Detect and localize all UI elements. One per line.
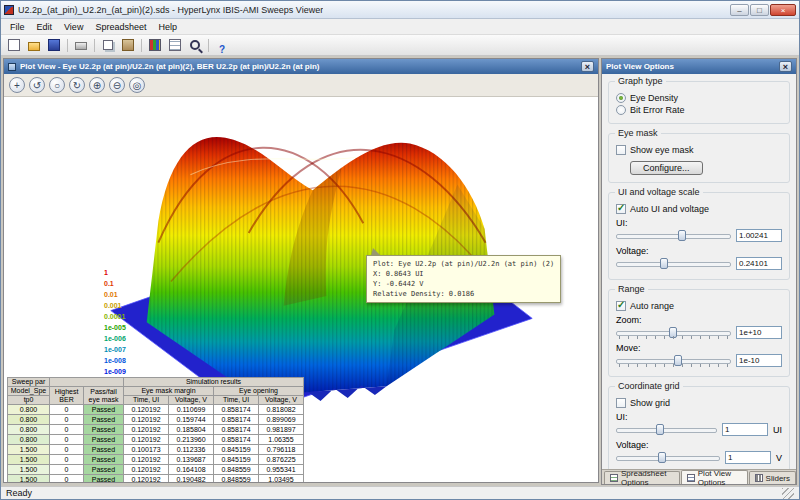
table-cell[interactable]: 0.848559 bbox=[214, 475, 259, 483]
auto-scale-checkbox[interactable] bbox=[616, 204, 626, 214]
table-cell[interactable]: 0.112336 bbox=[169, 445, 214, 455]
table-cell[interactable]: Passed bbox=[84, 475, 124, 483]
table-cell[interactable]: Passed bbox=[84, 415, 124, 425]
table-cell[interactable]: 0.800 bbox=[8, 435, 50, 445]
slider-thumb[interactable] bbox=[656, 424, 664, 435]
plot-close-icon[interactable]: × bbox=[581, 61, 594, 72]
table-cell[interactable]: 0.858174 bbox=[214, 425, 259, 435]
fit-view-button[interactable]: ◎ bbox=[129, 77, 145, 93]
table-cell[interactable]: 0 bbox=[50, 445, 84, 455]
table-cell[interactable]: 0 bbox=[50, 455, 84, 465]
plot-canvas[interactable]: 10.10.010.0010.00011e-0051e-0061e-0071e-… bbox=[4, 97, 598, 482]
grid-ui-slider[interactable] bbox=[616, 423, 717, 436]
move-slider[interactable] bbox=[616, 354, 731, 367]
grid-voltage-value[interactable]: 1 bbox=[725, 451, 771, 464]
table-cell[interactable]: 0.876225 bbox=[259, 455, 304, 465]
grid-voltage-slider[interactable] bbox=[616, 451, 720, 464]
voltage-scale-value[interactable]: 0.24101 bbox=[736, 257, 782, 270]
table-cell[interactable]: Passed bbox=[84, 445, 124, 455]
table-cell[interactable]: 0.120192 bbox=[124, 455, 169, 465]
copy-button[interactable] bbox=[99, 37, 117, 54]
show-eye-mask-option[interactable]: Show eye mask bbox=[616, 145, 782, 155]
table-cell[interactable]: Passed bbox=[84, 425, 124, 435]
chart-button[interactable] bbox=[146, 37, 164, 54]
table-cell[interactable]: 0 bbox=[50, 425, 84, 435]
table-cell[interactable]: 0.800 bbox=[8, 405, 50, 415]
ui-scale-value[interactable]: 1.00241 bbox=[736, 229, 782, 242]
auto-range-option[interactable]: Auto range bbox=[616, 301, 782, 311]
new-button[interactable] bbox=[5, 37, 23, 54]
table-cell[interactable]: 0.858174 bbox=[214, 405, 259, 415]
table-cell[interactable]: 1.500 bbox=[8, 445, 50, 455]
table-cell[interactable]: 0.818082 bbox=[259, 405, 304, 415]
table-cell[interactable]: 0.159744 bbox=[169, 415, 214, 425]
slider-thumb[interactable] bbox=[658, 452, 666, 463]
tab-spreadsheet-options[interactable]: Spreadsheet Options bbox=[604, 471, 680, 484]
slider-thumb[interactable] bbox=[669, 327, 677, 338]
reset-view-button[interactable]: ○ bbox=[49, 77, 65, 93]
menu-view[interactable]: View bbox=[58, 21, 89, 33]
table-cell[interactable]: 0.858174 bbox=[214, 415, 259, 425]
table-cell[interactable]: 0.858174 bbox=[214, 435, 259, 445]
table-row[interactable]: 1.5000Passed0.1201920.1904820.8485591.03… bbox=[8, 475, 304, 483]
results-table[interactable]: Sweep par Simulation results Model_Spe H… bbox=[7, 377, 304, 482]
paste-button[interactable] bbox=[119, 37, 137, 54]
table-cell[interactable]: 1.500 bbox=[8, 465, 50, 475]
options-close-icon[interactable]: × bbox=[779, 61, 792, 72]
resize-grip[interactable] bbox=[782, 488, 794, 499]
slider-thumb[interactable] bbox=[678, 230, 686, 241]
table-cell[interactable]: 0.120192 bbox=[124, 465, 169, 475]
table-row[interactable]: 1.5000Passed0.1001730.1123360.8451590.79… bbox=[8, 445, 304, 455]
eye-density-option[interactable]: Eye Density bbox=[616, 93, 782, 103]
table-cell[interactable]: 0.899069 bbox=[259, 415, 304, 425]
zoom-value[interactable]: 1e+10 bbox=[736, 326, 782, 339]
table-cell[interactable]: 0.120192 bbox=[124, 425, 169, 435]
table-cell[interactable]: Passed bbox=[84, 465, 124, 475]
zoom-button[interactable] bbox=[186, 37, 204, 54]
table-cell[interactable]: 0.120192 bbox=[124, 415, 169, 425]
zoom-out-button[interactable]: ⊖ bbox=[109, 77, 125, 93]
move-value[interactable]: 1e-10 bbox=[736, 354, 782, 367]
table-cell[interactable]: 1.06355 bbox=[259, 435, 304, 445]
zoom-slider[interactable] bbox=[616, 326, 731, 339]
table-cell[interactable]: 0.845159 bbox=[214, 455, 259, 465]
menu-file[interactable]: File bbox=[4, 21, 31, 33]
table-cell[interactable]: 0 bbox=[50, 435, 84, 445]
table-cell[interactable]: 0 bbox=[50, 475, 84, 483]
rotate-left-button[interactable]: ↺ bbox=[29, 77, 45, 93]
close-button[interactable]: × bbox=[770, 4, 796, 16]
menu-spreadsheet[interactable]: Spreadsheet bbox=[89, 21, 152, 33]
table-row[interactable]: 1.5000Passed0.1201920.1396870.8451590.87… bbox=[8, 455, 304, 465]
table-cell[interactable]: Passed bbox=[84, 455, 124, 465]
table-cell[interactable]: 0.213960 bbox=[169, 435, 214, 445]
table-cell[interactable]: 0.139687 bbox=[169, 455, 214, 465]
table-cell[interactable]: 0.800 bbox=[8, 415, 50, 425]
table-cell[interactable]: 1.03495 bbox=[259, 475, 304, 483]
table-cell[interactable]: 1.500 bbox=[8, 455, 50, 465]
bit-error-rate-option[interactable]: Bit Error Rate bbox=[616, 105, 782, 115]
table-cell[interactable]: 0.955341 bbox=[259, 465, 304, 475]
table-cell[interactable]: 0 bbox=[50, 415, 84, 425]
pan-button[interactable]: + bbox=[9, 77, 25, 93]
table-cell[interactable]: 0.848559 bbox=[214, 465, 259, 475]
maximize-button[interactable]: □ bbox=[750, 4, 769, 16]
zoom-in-button[interactable]: ⊕ bbox=[89, 77, 105, 93]
table-row[interactable]: 0.8000Passed0.1201920.1858040.8581740.98… bbox=[8, 425, 304, 435]
show-eye-mask-checkbox[interactable] bbox=[616, 145, 626, 155]
table-cell[interactable]: 1.500 bbox=[8, 475, 50, 483]
table-cell[interactable]: 0.185804 bbox=[169, 425, 214, 435]
menu-edit[interactable]: Edit bbox=[31, 21, 59, 33]
table-cell[interactable]: 0 bbox=[50, 405, 84, 415]
tab-plot-view-options[interactable]: Plot View Options bbox=[681, 470, 748, 484]
table-button[interactable] bbox=[166, 37, 184, 54]
slider-thumb[interactable] bbox=[660, 258, 668, 269]
voltage-scale-slider[interactable] bbox=[616, 257, 731, 270]
auto-scale-option[interactable]: Auto UI and voltage bbox=[616, 204, 782, 214]
help-button[interactable] bbox=[213, 37, 231, 54]
table-cell[interactable]: 0.164108 bbox=[169, 465, 214, 475]
table-cell[interactable]: 0.190482 bbox=[169, 475, 214, 483]
bit-error-rate-radio[interactable] bbox=[616, 105, 626, 115]
configure-button[interactable]: Configure... bbox=[630, 161, 703, 175]
table-cell[interactable]: Passed bbox=[84, 405, 124, 415]
table-row[interactable]: 0.8000Passed0.1201920.2139600.8581741.06… bbox=[8, 435, 304, 445]
